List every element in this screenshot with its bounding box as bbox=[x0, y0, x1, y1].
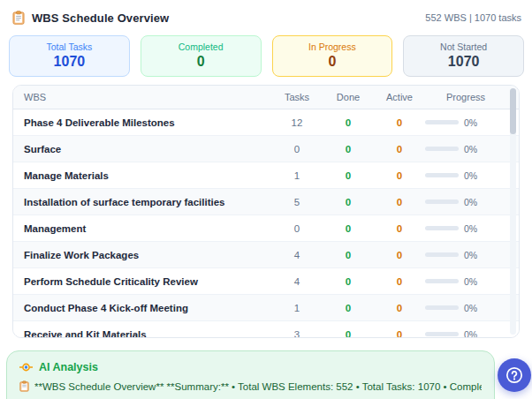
stat-card-completed: Completed 0 bbox=[141, 35, 262, 77]
wbs-name: Surface bbox=[13, 144, 271, 154]
col-header-active: Active bbox=[374, 92, 425, 102]
tasks-count: 4 bbox=[271, 276, 323, 287]
clipboard-icon bbox=[12, 11, 25, 25]
table-row[interactable]: Conduct Phase 4 Kick-off Meeting 1 0 0 0… bbox=[13, 295, 519, 321]
question-icon bbox=[505, 365, 524, 385]
done-count: 0 bbox=[323, 303, 374, 313]
wbs-name: Perform Schedule Criticality Review bbox=[13, 276, 271, 287]
col-header-tasks: Tasks bbox=[271, 92, 323, 102]
clipboard-icon bbox=[19, 380, 29, 392]
wbs-task-count: 552 WBS | 1070 tasks bbox=[425, 12, 521, 23]
done-count: 0 bbox=[323, 197, 374, 207]
progress-cell: 0% bbox=[425, 144, 519, 154]
progress-bar bbox=[425, 279, 459, 283]
progress-cell: 0% bbox=[425, 250, 519, 260]
tasks-count: 0 bbox=[271, 223, 323, 234]
tasks-count: 0 bbox=[271, 144, 323, 154]
active-count: 0 bbox=[374, 250, 425, 260]
stat-value: 0 bbox=[277, 54, 389, 70]
progress-percent: 0% bbox=[464, 117, 477, 128]
active-count: 0 bbox=[374, 117, 425, 128]
stat-label: Total Tasks bbox=[13, 41, 125, 52]
table-row[interactable]: Receive and Kit Materials 3 0 0 0% bbox=[13, 321, 519, 338]
done-count: 0 bbox=[323, 223, 374, 234]
active-count: 0 bbox=[374, 197, 425, 207]
tasks-count: 1 bbox=[271, 303, 323, 313]
progress-percent: 0% bbox=[464, 197, 477, 207]
stat-value: 1070 bbox=[13, 54, 125, 70]
wbs-name: Finalize Work Packages bbox=[13, 250, 271, 260]
progress-cell: 0% bbox=[425, 329, 519, 339]
stat-value: 0 bbox=[145, 54, 257, 70]
progress-cell: 0% bbox=[425, 303, 519, 313]
wbs-name: Conduct Phase 4 Kick-off Meeting bbox=[13, 303, 271, 313]
wbs-name: Receive and Kit Materials bbox=[13, 329, 271, 339]
active-count: 0 bbox=[374, 329, 425, 339]
stat-label: Not Started bbox=[407, 41, 520, 52]
table-row[interactable]: Phase 4 Deliverable Milestones 12 0 0 0% bbox=[13, 109, 519, 136]
stat-value: 1070 bbox=[407, 54, 520, 70]
active-count: 0 bbox=[374, 303, 425, 313]
page-title-group: WBS Schedule Overview bbox=[12, 11, 169, 25]
stat-cards: Total Tasks 1070 Completed 0 In Progress… bbox=[9, 35, 524, 77]
progress-bar bbox=[425, 200, 459, 204]
stat-label: In Progress bbox=[277, 41, 389, 52]
tasks-count: 3 bbox=[271, 329, 323, 339]
progress-bar bbox=[425, 226, 459, 230]
progress-cell: 0% bbox=[425, 276, 519, 287]
table-row[interactable]: Installation of surface temporary facili… bbox=[13, 189, 519, 215]
progress-percent: 0% bbox=[464, 170, 477, 181]
progress-percent: 0% bbox=[464, 223, 477, 234]
table-scrollbar-thumb[interactable] bbox=[510, 88, 516, 134]
progress-percent: 0% bbox=[464, 144, 477, 154]
table-row[interactable]: Manage Materials 1 0 0 0% bbox=[13, 162, 519, 189]
stat-label: Completed bbox=[145, 41, 257, 52]
table-scrollbar-track[interactable] bbox=[510, 88, 516, 335]
col-header-done: Done bbox=[323, 92, 374, 102]
active-count: 0 bbox=[374, 223, 425, 234]
active-count: 0 bbox=[374, 144, 425, 154]
idea-icon bbox=[19, 361, 33, 373]
stat-card-in-progress: In Progress 0 bbox=[272, 35, 393, 77]
progress-cell: 0% bbox=[425, 223, 519, 234]
table-row[interactable]: Surface 0 0 0 0% bbox=[13, 136, 519, 162]
stat-card-total-tasks: Total Tasks 1070 bbox=[9, 35, 130, 77]
stat-card-not-started: Not Started 1070 bbox=[403, 35, 524, 77]
progress-percent: 0% bbox=[464, 329, 477, 339]
table-row[interactable]: Finalize Work Packages 4 0 0 0% bbox=[13, 242, 519, 268]
ai-analysis-body: **WBS Schedule Overview** **Summary:** •… bbox=[19, 380, 482, 392]
wbs-name: Phase 4 Deliverable Milestones bbox=[13, 117, 271, 128]
done-count: 0 bbox=[323, 329, 374, 339]
done-count: 0 bbox=[323, 170, 374, 181]
table-row[interactable]: Perform Schedule Criticality Review 4 0 … bbox=[13, 268, 519, 295]
col-header-wbs: WBS bbox=[13, 92, 271, 102]
wbs-table: WBS Tasks Done Active Progress Phase 4 D… bbox=[12, 85, 520, 338]
wbs-name: Installation of surface temporary facili… bbox=[13, 197, 271, 207]
active-count: 0 bbox=[374, 276, 425, 287]
progress-bar bbox=[425, 305, 459, 310]
table-header-row: WBS Tasks Done Active Progress bbox=[13, 86, 519, 109]
progress-percent: 0% bbox=[464, 276, 477, 287]
help-button[interactable] bbox=[498, 358, 531, 392]
tasks-count: 1 bbox=[271, 170, 323, 181]
page-title: WBS Schedule Overview bbox=[32, 11, 169, 25]
wbs-name: Manage Materials bbox=[13, 170, 271, 181]
wbs-name: Management bbox=[13, 223, 271, 234]
table-row[interactable]: Management 0 0 0 0% bbox=[13, 215, 519, 242]
done-count: 0 bbox=[323, 144, 374, 154]
col-header-progress: Progress bbox=[425, 92, 519, 102]
tasks-count: 4 bbox=[271, 250, 323, 260]
done-count: 0 bbox=[323, 276, 374, 287]
ai-analysis-title: AI Analysis bbox=[39, 361, 98, 373]
progress-bar bbox=[425, 252, 459, 257]
progress-bar bbox=[425, 147, 459, 151]
progress-bar bbox=[425, 332, 459, 336]
progress-cell: 0% bbox=[425, 197, 519, 207]
panel-header: WBS Schedule Overview 552 WBS | 1070 tas… bbox=[0, 0, 532, 25]
ai-analysis-text: **WBS Schedule Overview** **Summary:** •… bbox=[34, 381, 482, 392]
progress-percent: 0% bbox=[464, 303, 477, 313]
ai-analysis-header: AI Analysis bbox=[19, 361, 482, 373]
tasks-count: 5 bbox=[271, 197, 323, 207]
ai-analysis-panel: AI Analysis **WBS Schedule Overview** **… bbox=[6, 350, 495, 399]
tasks-count: 12 bbox=[271, 117, 323, 128]
